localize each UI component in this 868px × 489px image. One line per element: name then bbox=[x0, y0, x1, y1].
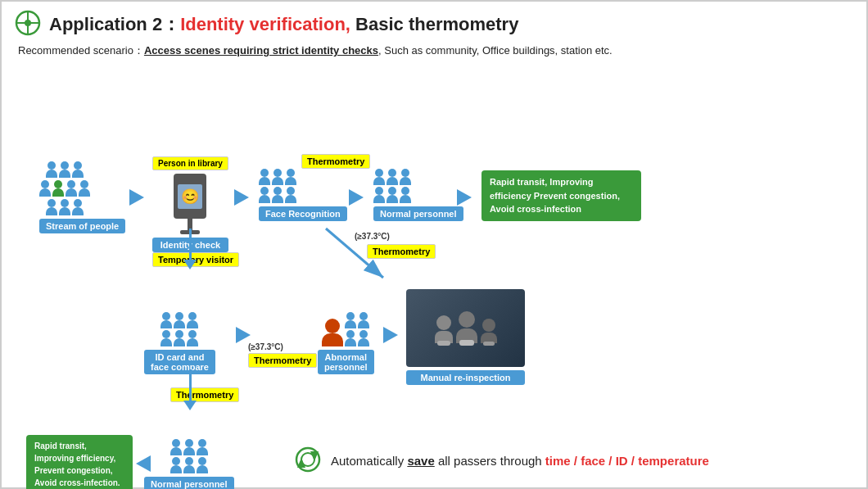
title-highlight: Identity verification, bbox=[180, 14, 350, 34]
person-icon bbox=[387, 169, 398, 185]
person-icon bbox=[197, 457, 208, 473]
person-icon bbox=[46, 199, 57, 215]
threshold2-label: (≥37.3°C) bbox=[248, 342, 283, 351]
person-icon bbox=[170, 457, 182, 473]
person-icon bbox=[79, 180, 90, 197]
stream-label: Stream of people bbox=[39, 219, 125, 233]
manual-inspection-group: Manual re-inspection bbox=[406, 289, 525, 385]
header-title: Application 2：Identity verification, Bas… bbox=[49, 12, 518, 37]
person-icon bbox=[197, 439, 208, 455]
subtitle: Recommended scenario：Access scenes requi… bbox=[15, 43, 853, 58]
flow-area: Stream of people Person in library 😊 Ide… bbox=[15, 68, 853, 469]
thermometry2-label: Thermometry bbox=[367, 244, 436, 259]
person-icon bbox=[358, 312, 369, 328]
subtitle-rest: , Such as community, Office buildings, s… bbox=[378, 44, 613, 57]
threshold2-text: (≥37.3°C) bbox=[248, 342, 283, 351]
id-card-label: ID card and face compare bbox=[144, 350, 215, 374]
person-icon bbox=[345, 312, 356, 328]
svg-point-3 bbox=[25, 20, 31, 26]
person-icon bbox=[183, 457, 195, 473]
person-icon bbox=[373, 187, 385, 203]
person-icon bbox=[174, 330, 185, 346]
person-icon bbox=[174, 312, 185, 328]
person-icon bbox=[183, 439, 195, 455]
threshold1-label: (≥37.3°C) bbox=[355, 232, 390, 241]
arrow-left-to-green bbox=[136, 455, 151, 472]
person-icon bbox=[373, 169, 385, 185]
sync-icon bbox=[293, 445, 323, 477]
v-arrow-identity-down bbox=[189, 229, 192, 261]
person-icon bbox=[387, 187, 398, 203]
bottom-mid: all passers through bbox=[435, 454, 545, 468]
svg-point-6 bbox=[296, 448, 319, 471]
person-icon bbox=[400, 187, 411, 203]
thermometry3-label: Thermometry bbox=[248, 353, 317, 368]
person-icon bbox=[59, 199, 70, 215]
person-icon-green bbox=[52, 180, 64, 197]
title-suffix: Basic thermometry bbox=[350, 14, 518, 34]
arrow1 bbox=[129, 189, 144, 208]
person-icon bbox=[72, 199, 84, 215]
bottom-prefix: Automatically bbox=[331, 454, 407, 468]
stream-people-group: Stream of people bbox=[39, 158, 125, 233]
bottom-save: save bbox=[407, 454, 434, 468]
bottom-text-area: Automatically save all passers through t… bbox=[293, 445, 709, 477]
person-icon bbox=[400, 169, 411, 185]
manual-label: Manual re-inspection bbox=[406, 370, 525, 385]
normal-bottom-label: Normal personnel bbox=[144, 477, 234, 489]
person-icon bbox=[187, 312, 198, 328]
person-icon bbox=[272, 187, 283, 203]
person-in-library-label: Person in library bbox=[152, 156, 228, 170]
person-icon bbox=[170, 439, 182, 455]
person-icon bbox=[187, 330, 198, 346]
abnormal-group: Abnormal personnel bbox=[318, 301, 374, 374]
threshold1-text: (≥37.3°C) bbox=[355, 232, 390, 241]
subtitle-bold: Access scenes requiring strict identity … bbox=[144, 44, 378, 57]
bottom-text: Automatically save all passers through t… bbox=[331, 454, 709, 468]
person-icon bbox=[259, 187, 270, 203]
arrow-abnormal-to-manual bbox=[383, 327, 398, 346]
person-icon bbox=[72, 161, 84, 178]
person-icon bbox=[285, 187, 296, 203]
person-icon bbox=[160, 312, 172, 328]
person-icon bbox=[160, 330, 172, 346]
abnormal-label: Abnormal personnel bbox=[318, 350, 374, 374]
normal-top-group: Normal personnel bbox=[373, 162, 463, 221]
bottom-highlights: time / face / ID / temperature bbox=[545, 454, 709, 468]
arrow2 bbox=[234, 189, 249, 208]
person-icon bbox=[285, 169, 296, 185]
person-icon bbox=[66, 180, 77, 197]
person-icon bbox=[358, 330, 369, 346]
header: Application 2：Identity verification, Bas… bbox=[15, 10, 853, 38]
subtitle-label: Recommended scenario： bbox=[18, 44, 144, 57]
face-rec-group: Face Recognition bbox=[259, 162, 347, 221]
green-box-bottom: Rapid transit, Improving efficiency, Pre… bbox=[26, 435, 133, 489]
id-card-group: ID card and face compare bbox=[144, 301, 215, 374]
normal-top-label: Normal personnel bbox=[373, 206, 463, 221]
thermometry4-label: Thermometry bbox=[170, 387, 239, 402]
v-arrow-id-down bbox=[189, 369, 192, 402]
person-icon bbox=[259, 169, 270, 185]
face-rec-label: Face Recognition bbox=[259, 206, 347, 221]
header-icon bbox=[15, 10, 41, 38]
person-icon bbox=[39, 180, 51, 197]
person-icon bbox=[345, 330, 356, 346]
person-icon bbox=[46, 161, 57, 178]
title-prefix: Application 2： bbox=[49, 14, 180, 34]
arrow4 bbox=[457, 189, 472, 208]
arrow-id-to-abnormal bbox=[236, 327, 251, 346]
device-icon: 😊 bbox=[152, 174, 228, 234]
page: Application 2：Identity verification, Bas… bbox=[0, 0, 868, 489]
normal-bottom-group: Normal personnel bbox=[144, 428, 234, 489]
green-box-top: Rapid transit, Improving efficiency Prev… bbox=[481, 170, 641, 221]
arrow3 bbox=[349, 189, 364, 208]
person-icon bbox=[272, 169, 283, 185]
person-icon bbox=[59, 161, 70, 178]
